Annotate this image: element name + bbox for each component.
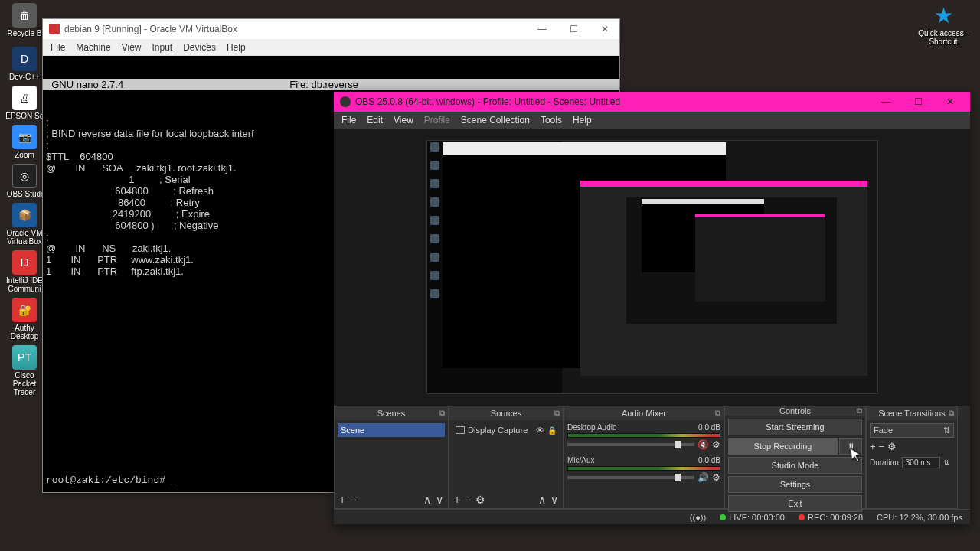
recycle-bin-icon[interactable]: 🗑Recycle B bbox=[3, 3, 46, 37]
popout-icon[interactable]: ⧉ bbox=[857, 406, 862, 416]
cpu-status: CPU: 12.2%, 30.00 fps bbox=[877, 513, 962, 522]
mute-button[interactable]: 🔊 bbox=[697, 472, 709, 483]
source-item[interactable]: Display Capture 👁 🔒 bbox=[452, 423, 560, 437]
epson-icon[interactable]: 🖨EPSON Sc bbox=[3, 86, 46, 120]
transitions-panel: Scene Transitions⧉ Fade⇅ + − ⚙ Duration … bbox=[866, 406, 958, 509]
close-button[interactable]: ✕ bbox=[596, 22, 613, 36]
stop-recording-button[interactable]: Stop Recording bbox=[728, 438, 838, 455]
maximize-button[interactable]: ☐ bbox=[904, 93, 932, 110]
menu-devices[interactable]: Devices bbox=[183, 42, 216, 53]
level-meter bbox=[567, 433, 720, 438]
popout-icon[interactable]: ⧉ bbox=[554, 409, 560, 418]
volume-slider[interactable] bbox=[567, 476, 694, 479]
controls-panel: Controls⧉ Start Streaming Stop Recording… bbox=[724, 406, 866, 509]
add-button[interactable]: + bbox=[454, 494, 460, 506]
gear-icon[interactable]: ⚙ bbox=[712, 439, 720, 450]
obs-titlebar[interactable]: OBS 25.0.8 (64-bit, windows) - Profile: … bbox=[334, 92, 970, 112]
popout-icon[interactable]: ⧉ bbox=[715, 409, 720, 418]
remove-button[interactable]: − bbox=[465, 494, 471, 506]
volume-slider[interactable] bbox=[567, 443, 694, 446]
obs-panels: Scenes⧉ Scene + − ∧ ∨ Sources⧉ Display C… bbox=[334, 406, 970, 509]
start-streaming-button[interactable]: Start Streaming bbox=[728, 419, 862, 435]
menu-input[interactable]: Input bbox=[152, 42, 173, 53]
duration-input[interactable]: 300 ms bbox=[902, 457, 940, 468]
obs-statusbar: ((●)) LIVE: 00:00:00 REC: 00:09:28 CPU: … bbox=[334, 509, 970, 524]
transition-select[interactable]: Fade⇅ bbox=[870, 423, 954, 438]
scenes-title: Scenes bbox=[377, 409, 406, 418]
menu-file[interactable]: File bbox=[51, 42, 65, 53]
remove-transition-button[interactable]: − bbox=[879, 441, 885, 452]
visibility-toggle[interactable]: 👁 bbox=[536, 425, 544, 435]
stream-status-icon: ((●)) bbox=[690, 513, 706, 522]
popout-icon[interactable]: ⧉ bbox=[439, 409, 445, 418]
intellij-icon[interactable]: IJIntelliJ IDE Communi bbox=[3, 250, 46, 293]
nano-filename: File: db.reverse bbox=[289, 79, 358, 90]
transition-settings-button[interactable]: ⚙ bbox=[887, 441, 897, 452]
menu-help[interactable]: Help bbox=[573, 115, 592, 126]
quick-access-icon[interactable]: ★Quick access - Shortcut bbox=[913, 3, 974, 46]
add-transition-button[interactable]: + bbox=[870, 441, 876, 452]
exit-button[interactable]: Exit bbox=[728, 495, 862, 512]
menu-tools[interactable]: Tools bbox=[541, 115, 562, 126]
menu-profile[interactable]: Profile bbox=[424, 115, 450, 126]
add-button[interactable]: + bbox=[339, 494, 345, 506]
move-down-button[interactable]: ∨ bbox=[436, 494, 443, 506]
channel-db: 0.0 dB bbox=[698, 423, 720, 432]
menu-help[interactable]: Help bbox=[227, 42, 246, 53]
channel-name: Desktop Audio bbox=[567, 423, 617, 432]
menu-edit[interactable]: Edit bbox=[367, 115, 383, 126]
menu-scene-collection[interactable]: Scene Collection bbox=[461, 115, 530, 126]
level-meter bbox=[567, 466, 720, 471]
properties-button[interactable]: ⚙ bbox=[475, 494, 485, 506]
scene-item[interactable]: Scene bbox=[338, 423, 445, 437]
packet-tracer-icon[interactable]: PTCisco Packet Tracer bbox=[3, 345, 46, 396]
minimize-button[interactable]: — bbox=[533, 22, 551, 36]
preview-area[interactable] bbox=[334, 129, 970, 406]
menu-file[interactable]: File bbox=[341, 115, 356, 126]
duration-label: Duration bbox=[870, 458, 899, 467]
devcpp-icon[interactable]: DDev-C++ bbox=[3, 47, 46, 81]
vbox-menubar: File Machine View Input Devices Help bbox=[43, 39, 619, 56]
obs-app-icon bbox=[340, 96, 351, 107]
obs-window: OBS 25.0.8 (64-bit, windows) - Profile: … bbox=[334, 92, 970, 524]
studio-mode-button[interactable]: Studio Mode bbox=[728, 457, 862, 474]
mute-button[interactable]: 🔇 bbox=[697, 439, 709, 450]
terminal-prompt: root@zaki:/etc/bind# _ bbox=[46, 474, 178, 486]
move-up-button[interactable]: ∧ bbox=[538, 494, 546, 506]
vbox-title-text: debian 9 [Running] - Oracle VM VirtualBo… bbox=[64, 24, 237, 34]
duration-stepper[interactable]: ⇅ bbox=[943, 458, 949, 467]
obs-icon[interactable]: ◎OBS Studi bbox=[3, 164, 46, 198]
minimize-button[interactable]: — bbox=[872, 93, 900, 110]
vbox-icon[interactable]: 📦Oracle VM VirtualBox bbox=[3, 203, 46, 246]
menu-machine[interactable]: Machine bbox=[76, 42, 110, 53]
channel-db: 0.0 dB bbox=[698, 456, 720, 465]
pause-recording-button[interactable]: ⏸ bbox=[839, 438, 862, 455]
gear-icon[interactable]: ⚙ bbox=[712, 472, 720, 483]
move-up-button[interactable]: ∧ bbox=[423, 494, 431, 506]
audio-mixer-panel: Audio Mixer⧉ Desktop Audio0.0 dB 🔇 ⚙ Mic… bbox=[564, 406, 724, 509]
source-label: Display Capture bbox=[468, 425, 528, 435]
move-down-button[interactable]: ∨ bbox=[550, 494, 558, 506]
chevron-updown-icon: ⇅ bbox=[943, 425, 950, 435]
display-icon bbox=[456, 426, 465, 434]
maximize-button[interactable]: ☐ bbox=[565, 22, 583, 36]
menu-view[interactable]: View bbox=[122, 42, 142, 53]
remove-button[interactable]: − bbox=[350, 494, 356, 506]
authy-icon[interactable]: 🔐Authy Desktop bbox=[3, 298, 46, 341]
controls-title: Controls bbox=[779, 406, 811, 416]
settings-button[interactable]: Settings bbox=[728, 476, 862, 493]
audio-channel-desktop: Desktop Audio0.0 dB 🔇 ⚙ bbox=[567, 423, 720, 450]
popout-icon[interactable]: ⧉ bbox=[949, 409, 954, 418]
scenes-panel: Scenes⧉ Scene + − ∧ ∨ bbox=[334, 406, 449, 509]
channel-name: Mic/Aux bbox=[567, 456, 595, 465]
zoom-icon[interactable]: 📷Zoom bbox=[3, 125, 46, 159]
audio-channel-mic: Mic/Aux0.0 dB 🔊 ⚙ bbox=[567, 456, 720, 483]
close-button[interactable]: ✕ bbox=[936, 93, 964, 110]
transitions-title: Scene Transitions bbox=[878, 409, 945, 418]
obs-menubar: File Edit View Profile Scene Collection … bbox=[334, 112, 970, 129]
menu-view[interactable]: View bbox=[394, 115, 413, 126]
lock-toggle[interactable]: 🔒 bbox=[547, 426, 557, 435]
vbox-titlebar[interactable]: debian 9 [Running] - Oracle VM VirtualBo… bbox=[43, 19, 619, 39]
mixer-title: Audio Mixer bbox=[622, 409, 666, 418]
sources-title: Sources bbox=[491, 409, 521, 418]
